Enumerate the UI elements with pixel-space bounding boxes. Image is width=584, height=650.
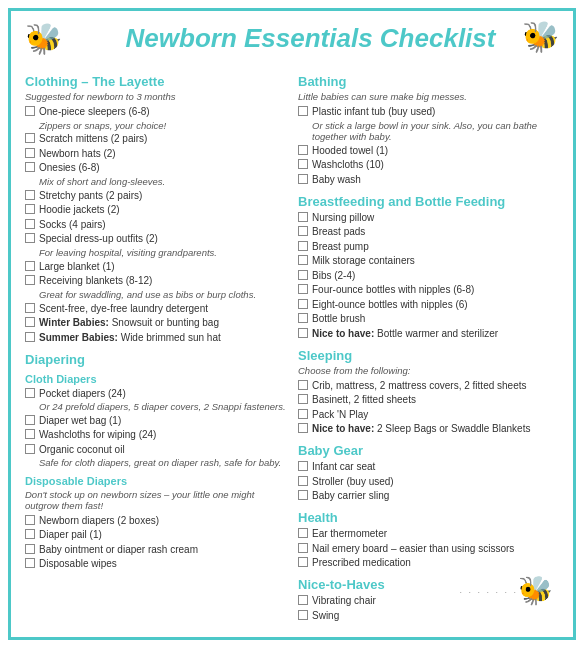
item-label: Nail emery board – easier than using sci… [312, 542, 514, 555]
item-label: Bottle brush [312, 312, 365, 325]
list-item: Bibs (2-4) [298, 269, 559, 282]
checkbox-icon[interactable] [298, 543, 308, 553]
checkbox-icon[interactable] [25, 106, 35, 116]
checkbox-icon[interactable] [298, 255, 308, 265]
checkbox-icon[interactable] [298, 595, 308, 605]
health-title: Health [298, 510, 559, 525]
checkbox-icon[interactable] [298, 409, 308, 419]
checkbox-icon[interactable] [298, 476, 308, 486]
diapering-section: Diapering Cloth Diapers Pocket diapers (… [25, 352, 286, 571]
checkbox-icon[interactable] [25, 429, 35, 439]
checkbox-icon[interactable] [298, 212, 308, 222]
disposable-diapers-title: Disposable Diapers [25, 475, 286, 487]
list-item: Nursing pillow [298, 211, 559, 224]
list-item: Diaper wet bag (1) [25, 414, 286, 427]
list-item: Eight-ounce bottles with nipples (6) [298, 298, 559, 311]
list-item: Hooded towel (1) [298, 144, 559, 157]
list-item: Winter Babies: Snowsuit or bunting bag [25, 316, 286, 329]
checkbox-icon[interactable] [25, 133, 35, 143]
checkbox-icon[interactable] [25, 162, 35, 172]
checkbox-icon[interactable] [25, 529, 35, 539]
checkbox-icon[interactable] [25, 415, 35, 425]
checkbox-icon[interactable] [298, 490, 308, 500]
list-item: Washcloths (10) [298, 158, 559, 171]
list-item: Socks (4 pairs) [25, 218, 286, 231]
item-label: Nursing pillow [312, 211, 374, 224]
checkbox-icon[interactable] [25, 233, 35, 243]
list-item: Baby wash [298, 173, 559, 186]
checkbox-icon[interactable] [25, 261, 35, 271]
breastfeeding-title: Breastfeeding and Bottle Feeding [298, 194, 559, 209]
sleeping-section: Sleeping Choose from the following: Crib… [298, 348, 559, 436]
checkbox-icon[interactable] [25, 317, 35, 327]
list-item: Infant car seat [298, 460, 559, 473]
list-item: Pocket diapers (24) [25, 387, 286, 400]
checkbox-icon[interactable] [298, 380, 308, 390]
item-label: Eight-ounce bottles with nipples (6) [312, 298, 468, 311]
checkbox-icon[interactable] [298, 241, 308, 251]
list-item: Pack 'N Play [298, 408, 559, 421]
checkbox-icon[interactable] [25, 544, 35, 554]
checkbox-icon[interactable] [298, 557, 308, 567]
item-label: Diaper pail (1) [39, 528, 102, 541]
indent-note: Great for swaddling, and use as bibs or … [39, 289, 286, 300]
checkbox-icon[interactable] [25, 148, 35, 158]
item-label: Crib, mattress, 2 mattress covers, 2 fit… [312, 379, 527, 392]
checkbox-icon[interactable] [298, 313, 308, 323]
checkbox-icon[interactable] [25, 332, 35, 342]
item-label: Vibrating chair [312, 594, 376, 607]
checkbox-icon[interactable] [298, 299, 308, 309]
checkbox-icon[interactable] [25, 444, 35, 454]
checkbox-icon[interactable] [298, 270, 308, 280]
bee-right-icon: 🐝 [522, 19, 559, 54]
checkbox-icon[interactable] [298, 159, 308, 169]
item-label: Baby carrier sling [312, 489, 389, 502]
checkbox-icon[interactable] [298, 328, 308, 338]
list-item: One-piece sleepers (6-8) [25, 105, 286, 118]
checkbox-icon[interactable] [298, 610, 308, 620]
list-item: Four-ounce bottles with nipples (6-8) [298, 283, 559, 296]
checkbox-icon[interactable] [298, 528, 308, 538]
checkbox-icon[interactable] [298, 394, 308, 404]
list-item: Large blanket (1) [25, 260, 286, 273]
dotted-trail-decoration: · · · · · · · [459, 587, 518, 597]
left-column: Clothing – The Layette Suggested for new… [25, 66, 286, 623]
item-label: Swing [312, 609, 339, 622]
list-item: Hoodie jackets (2) [25, 203, 286, 216]
checkbox-icon[interactable] [298, 461, 308, 471]
item-label: Winter Babies: Snowsuit or bunting bag [39, 316, 219, 329]
item-label: Hooded towel (1) [312, 144, 388, 157]
checkbox-icon[interactable] [25, 204, 35, 214]
content-area: Clothing – The Layette Suggested for new… [25, 66, 559, 623]
checkbox-icon[interactable] [25, 219, 35, 229]
item-label: Infant car seat [312, 460, 375, 473]
checkbox-icon[interactable] [298, 423, 308, 433]
list-item: Stroller (buy used) [298, 475, 559, 488]
checkbox-icon[interactable] [298, 226, 308, 236]
checkbox-icon[interactable] [25, 190, 35, 200]
item-label: Stretchy pants (2 pairs) [39, 189, 142, 202]
checkbox-icon[interactable] [25, 303, 35, 313]
list-item: Bottle brush [298, 312, 559, 325]
checkbox-icon[interactable] [25, 275, 35, 285]
checkbox-icon[interactable] [298, 174, 308, 184]
list-item: Stretchy pants (2 pairs) [25, 189, 286, 202]
item-label: Special dress-up outfits (2) [39, 232, 158, 245]
item-label: Hoodie jackets (2) [39, 203, 120, 216]
item-label: Diaper wet bag (1) [39, 414, 121, 427]
checkbox-icon[interactable] [25, 388, 35, 398]
checkbox-icon[interactable] [298, 145, 308, 155]
checkbox-icon[interactable] [25, 515, 35, 525]
item-label: Pack 'N Play [312, 408, 368, 421]
right-column: Bathing Little babies can sure make big … [298, 66, 559, 623]
item-label: Pocket diapers (24) [39, 387, 126, 400]
list-item: Scratch mittens (2 pairs) [25, 132, 286, 145]
sleeping-title: Sleeping [298, 348, 559, 363]
checkbox-icon[interactable] [25, 558, 35, 568]
health-section: Health Ear thermometer Nail emery board … [298, 510, 559, 569]
checkbox-icon[interactable] [298, 106, 308, 116]
list-item: Nice to have: 2 Sleep Bags or Swaddle Bl… [298, 422, 559, 435]
checkbox-icon[interactable] [298, 284, 308, 294]
item-label: Newborn hats (2) [39, 147, 116, 160]
item-label: Nice to have: 2 Sleep Bags or Swaddle Bl… [312, 422, 530, 435]
